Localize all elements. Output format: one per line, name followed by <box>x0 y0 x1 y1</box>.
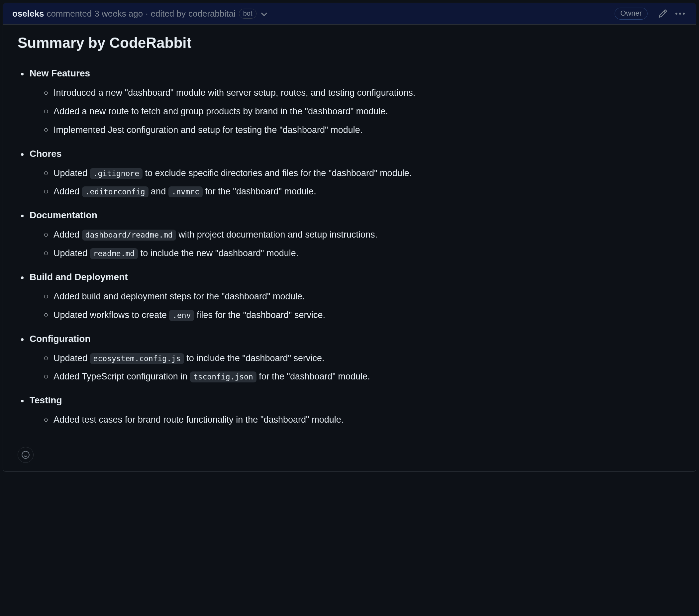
section: DocumentationAdded dashboard/readme.md w… <box>29 210 682 261</box>
section-title: Documentation <box>29 210 682 221</box>
section: TestingAdded test cases for brand route … <box>29 395 682 427</box>
list-item: Updated workflows to create .env files f… <box>53 308 682 322</box>
inline-code: dashboard/readme.md <box>82 230 176 240</box>
list-item: Updated .gitignore to exclude specific d… <box>53 167 682 180</box>
inline-code: tsconfig.json <box>190 371 256 382</box>
section-items: Introduced a new "dashboard" module with… <box>29 86 682 137</box>
kebab-icon <box>675 13 677 15</box>
section-items: Added dashboard/readme.md with project d… <box>29 228 682 261</box>
reaction-row <box>3 447 696 471</box>
list-item: Introduced a new "dashboard" module with… <box>53 86 682 100</box>
list-item: Updated ecosystem.config.js to include t… <box>53 352 682 366</box>
inline-code: ecosystem.config.js <box>90 353 184 364</box>
svg-point-2 <box>27 454 27 454</box>
pencil-icon <box>658 9 668 18</box>
section-title: Testing <box>29 395 682 406</box>
section: New FeaturesIntroduced a new "dashboard"… <box>29 68 682 137</box>
list-item: Added test cases for brand route functio… <box>53 413 682 427</box>
list-item: Updated readme.md to include the new "da… <box>53 247 682 261</box>
add-reaction-button[interactable] <box>17 447 34 463</box>
author-link[interactable]: oseleks <box>12 9 44 19</box>
comment-container: oseleks commented 3 weeks ago · edited b… <box>3 3 696 472</box>
section: ConfigurationUpdated ecosystem.config.js… <box>29 333 682 384</box>
section-items: Updated .gitignore to exclude specific d… <box>29 167 682 199</box>
comment-body: Summary by CodeRabbit New FeaturesIntrod… <box>3 25 696 447</box>
list-item: Added .editorconfig and .nvmrc for the "… <box>53 185 682 199</box>
section: ChoresUpdated .gitignore to exclude spec… <box>29 148 682 199</box>
list-item: Added TypeScript configuration in tsconf… <box>53 370 682 384</box>
section-items: Added test cases for brand route functio… <box>29 413 682 427</box>
section-title: Chores <box>29 148 682 159</box>
comment-header: oseleks commented 3 weeks ago · edited b… <box>3 3 696 25</box>
edit-button[interactable] <box>655 8 671 19</box>
editor-link[interactable]: coderabbitai <box>188 9 236 19</box>
edit-history-dropdown[interactable] <box>259 9 269 19</box>
commented-label: commented <box>47 9 92 19</box>
list-item: Added build and deployment steps for the… <box>53 290 682 304</box>
section-items: Added build and deployment steps for the… <box>29 290 682 322</box>
sections-list: New FeaturesIntroduced a new "dashboard"… <box>17 68 682 427</box>
section-items: Updated ecosystem.config.js to include t… <box>29 352 682 384</box>
timestamp-link[interactable]: 3 weeks ago <box>94 9 143 19</box>
bot-badge: bot <box>239 9 257 18</box>
inline-code: .editorconfig <box>82 186 148 197</box>
section-title: New Features <box>29 68 682 79</box>
more-actions-button[interactable] <box>673 11 687 16</box>
owner-badge: Owner <box>615 8 647 19</box>
list-item: Added dashboard/readme.md with project d… <box>53 228 682 242</box>
inline-code: .gitignore <box>90 168 143 179</box>
inline-code: .env <box>169 310 194 321</box>
separator: · <box>146 9 148 19</box>
inline-code: readme.md <box>90 248 138 259</box>
svg-point-0 <box>22 451 29 459</box>
svg-point-1 <box>24 454 25 454</box>
caret-down-icon <box>261 13 267 17</box>
inline-code: .nvmrc <box>169 186 203 197</box>
list-item: Added a new route to fetch and group pro… <box>53 105 682 119</box>
section-title: Build and Deployment <box>29 272 682 283</box>
summary-title: Summary by CodeRabbit <box>17 35 682 56</box>
edited-by-label: edited by <box>150 9 186 19</box>
section: Build and DeploymentAdded build and depl… <box>29 272 682 322</box>
smiley-icon <box>21 450 30 459</box>
section-title: Configuration <box>29 333 682 344</box>
list-item: Implemented Jest configuration and setup… <box>53 123 682 137</box>
